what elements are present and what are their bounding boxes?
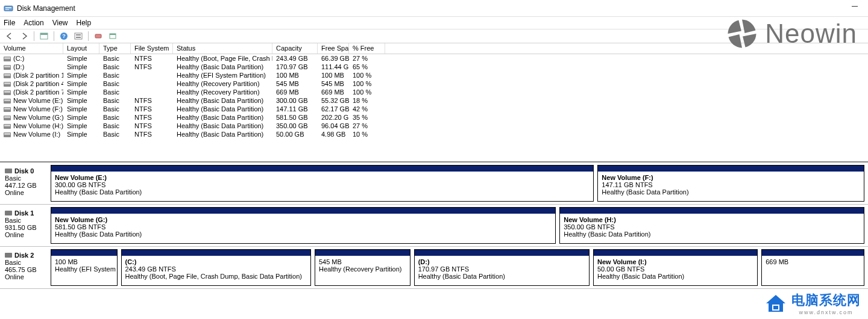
disk-type: Basic [5,217,46,224]
partition[interactable]: 669 MB [761,249,864,286]
volume-capacity: 300.00 GB [276,97,308,104]
partition-title: (C:) [125,258,307,265]
volume-capacity: 545 MB [276,80,299,87]
table-row[interactable]: New Volume (H:)SimpleBasicNTFSHealthy (B… [0,122,868,130]
minimize-button[interactable] [846,0,863,12]
watermark-dnxtw: 电脑系统网 www.dnxtw.com [764,291,861,315]
volume-status: Healthy (Basic Data Partition) [177,97,263,104]
column-status[interactable]: Status [173,43,272,54]
svg-text:?: ? [62,33,66,39]
volume-type: Basic [103,72,119,79]
volume-pct: 100 % [353,88,371,96]
partition[interactable]: (D:) 170.97 GB NTFS Healthy (Basic Data … [414,249,590,286]
toolbar-separator [54,31,54,41]
volume-type: Basic [103,122,119,129]
menu-file[interactable]: File [4,19,15,27]
table-row[interactable]: (Disk 2 partition 4)SimpleBasicHealthy (… [0,79,868,88]
svg-rect-5 [40,33,48,35]
volume-type: Basic [103,131,119,138]
disk-size: 931.50 GB [5,224,46,231]
column-filesystem[interactable]: File System [131,43,173,54]
disk-info[interactable]: Disk 1 Basic 931.50 GB Online [0,207,51,244]
disk-row: Disk 0 Basic 447.12 GB Online New Volume… [0,163,868,205]
volume-pct: 100 % [353,72,371,79]
volume-layout: Simple [67,80,87,87]
back-button[interactable] [4,30,16,42]
partition-bar [594,250,757,256]
table-row[interactable]: New Volume (G:)SimpleBasicNTFSHealthy (B… [0,113,868,122]
window-title: Disk Management [17,4,75,13]
partition-title: New Volume (G:) [55,216,552,223]
volume-name: New Volume (I:) [13,131,60,138]
partition[interactable]: 545 MB Healthy (Recovery Partition) [315,249,410,286]
table-row[interactable]: (D:)SimpleBasicNTFSHealthy (Basic Data P… [0,63,868,71]
action-button[interactable] [107,30,119,42]
menu-help[interactable]: Help [77,19,92,27]
partition-title: New Volume (F:) [602,174,860,181]
partition-size: 545 MB [319,258,406,265]
forward-button[interactable] [18,30,30,42]
column-capacity[interactable]: Capacity [272,43,318,54]
volume-layout: Simple [67,72,87,79]
svg-rect-15 [773,306,778,309]
disk-row: Disk 2 Basic 465.75 GB Online 100 MB Hea… [0,247,868,289]
volume-pct: 65 % [353,63,368,70]
partition[interactable]: 100 MB Healthy (EFI System Partiti [51,249,118,286]
volume-icon [4,107,11,112]
table-row[interactable]: (Disk 2 partition 1)SimpleBasicHealthy (… [0,71,868,79]
show-hide-console-button[interactable] [38,30,50,42]
volume-name: New Volume (G:) [13,114,63,121]
app-icon [4,4,13,13]
volume-capacity: 170.97 GB [276,63,308,70]
volume-layout: Simple [67,63,87,70]
volume-pct: 27 % [353,122,368,129]
partition-size: 300.00 GB NTFS [55,181,590,188]
partition-status: Healthy (Basic Data Partition) [597,273,753,280]
table-row[interactable]: (C:)SimpleBasicNTFSHealthy (Boot, Page F… [0,54,868,63]
partition[interactable]: New Volume (E:) 300.00 GB NTFS Healthy (… [51,165,594,202]
partition-bar [315,250,410,256]
disk-state: Online [5,273,46,280]
volume-type: Basic [103,88,119,96]
disk-name: Disk 1 [14,209,34,217]
volume-name: New Volume (F:) [13,105,63,113]
column-pctfree[interactable]: % Free [349,43,385,54]
partition[interactable]: New Volume (G:) 581.50 GB NTFS Healthy (… [51,207,556,244]
volume-fs: NTFS [134,63,152,70]
partition[interactable]: New Volume (H:) 350.00 GB NTFS Healthy (… [559,207,864,244]
help-button[interactable]: ? [58,30,70,42]
partition-size: 581.50 GB NTFS [55,223,552,231]
disk-info[interactable]: Disk 0 Basic 447.12 GB Online [0,165,51,202]
menu-view[interactable]: View [52,19,68,27]
partition[interactable]: New Volume (I:) 50.00 GB NTFS Healthy (B… [593,249,758,286]
refresh-button[interactable] [92,30,104,42]
partition[interactable]: (C:) 243.49 GB NTFS Healthy (Boot, Page … [121,249,311,286]
table-row[interactable]: New Volume (F:)SimpleBasicNTFSHealthy (B… [0,105,868,113]
svg-rect-11 [95,34,101,38]
settings-button[interactable] [72,30,84,42]
volume-type: Basic [103,114,119,121]
volume-fs: NTFS [134,97,152,104]
menu-action[interactable]: Action [24,19,43,27]
table-row[interactable]: (Disk 2 partition 7)SimpleBasicHealthy (… [0,88,868,96]
partition-bar [51,208,555,214]
volume-icon [4,65,11,70]
volume-type: Basic [103,97,119,104]
table-row[interactable]: New Volume (E:)SimpleBasicNTFSHealthy (B… [0,96,868,105]
volume-list-pane: Volume Layout Type File System Status Ca… [0,43,868,161]
disk-info[interactable]: Disk 2 Basic 465.75 GB Online [0,249,51,286]
volume-name: New Volume (H:) [13,122,63,129]
disk-icon [5,169,12,173]
column-freespace[interactable]: Free Spa... [318,43,349,54]
watermark-neowin: Neowin [725,17,857,51]
column-volume[interactable]: Volume [0,43,63,54]
volume-capacity: 100 MB [276,72,299,79]
column-layout[interactable]: Layout [63,43,99,54]
volume-free: 202.20 GB [321,114,349,121]
volume-status: Healthy (EFI System Partition) [177,72,266,79]
partition[interactable]: New Volume (F:) 147.11 GB NTFS Healthy (… [597,165,864,202]
partition-bar [51,250,117,256]
partition-status: Healthy (Basic Data Partition) [55,188,590,196]
table-row[interactable]: New Volume (I:)SimpleBasicNTFSHealthy (B… [0,130,868,138]
column-type[interactable]: Type [99,43,131,54]
